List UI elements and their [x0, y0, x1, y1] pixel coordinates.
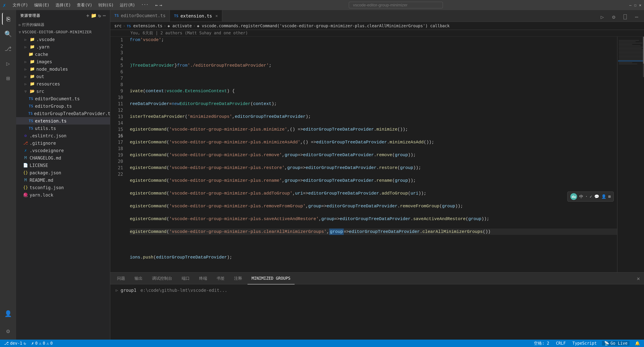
tree-item-src[interactable]: ▽ 📂 src	[16, 88, 110, 95]
status-eol[interactable]: CRLF	[555, 341, 567, 346]
search-input[interactable]	[348, 2, 443, 9]
tree-item-label: editorGroup.ts	[35, 104, 72, 109]
inline-suggestion-popup[interactable]: du 中 · ✓ 💬 👤 ⊞	[568, 191, 614, 202]
tree-item-label: images	[36, 59, 52, 64]
tree-item-editor-document[interactable]: TS editorDocument.ts	[16, 95, 110, 102]
activity-source-control[interactable]: ⎇	[2, 43, 14, 55]
tree-item-extension[interactable]: TS extension.ts	[16, 117, 110, 125]
tree-item-package-json[interactable]: {} package.json	[16, 169, 110, 176]
panel-tab-comments[interactable]: 注释	[230, 272, 246, 284]
spaces-label: 空格: 2	[534, 340, 549, 346]
tree-item-images[interactable]: ▷ 📁 images	[16, 58, 110, 65]
tree-item-gitignore[interactable]: ⎇ .gitignore	[16, 139, 110, 147]
tab-editor-document[interactable]: TS editorDocument.ts	[110, 10, 170, 22]
breadcrumb-file[interactable]: TS extension.ts	[127, 23, 162, 28]
nav-back[interactable]: ←	[155, 2, 158, 8]
svg-rect-7	[619, 48, 642, 49]
tree-item-yarnlock[interactable]: 🧶 yarn.lock	[16, 191, 110, 199]
activity-explorer[interactable]: ⎘	[2, 13, 14, 25]
activity-settings[interactable]: ⚙	[2, 325, 14, 337]
menu-goto[interactable]: 转到(G)	[96, 2, 116, 9]
status-branch[interactable]: ⎇ dev-1 ↻	[3, 341, 28, 346]
open-editors-section[interactable]: ▷ 打开的编辑器	[16, 21, 110, 29]
panel-group-item[interactable]: ▷ group1 e:\code\github-lmt\vscode-edit.…	[116, 287, 638, 293]
user-icon[interactable]: 👤	[601, 194, 606, 199]
tree-item-tsconfig[interactable]: {} tsconfig.json	[16, 184, 110, 191]
tree-item-label: LICENSE	[30, 163, 48, 168]
vscode-icon: ✗	[23, 148, 28, 153]
tree-item-vscode[interactable]: ▷ 📁 .vscode	[16, 36, 110, 43]
new-file-icon[interactable]: +	[86, 13, 90, 18]
tree-item-readme[interactable]: M README.md	[16, 176, 110, 184]
menu-bar: 文件(F) 编辑(E) 选择(E) 查看(V) 转到(G) 运行(R) ···	[10, 2, 151, 9]
panel-tab-minimized-groups[interactable]: MINIMIZED GROUPS	[248, 272, 294, 284]
grid-icon[interactable]: ⊞	[608, 194, 611, 199]
tree-item-label: node_modules	[36, 67, 68, 72]
tree-item-utils[interactable]: TS utils.ts	[16, 125, 110, 132]
comment-icon[interactable]: 💬	[594, 194, 599, 199]
panel-tab-bookmarks[interactable]: 书签	[212, 272, 229, 284]
activity-debug[interactable]: ▷	[2, 57, 14, 69]
debug-button[interactable]: ⚙	[609, 12, 618, 22]
menu-view[interactable]: 查看(V)	[74, 2, 95, 9]
check-icon[interactable]: ✓	[590, 194, 592, 199]
tree-item-eslintrc[interactable]: ⚙ .eslintrc.json	[16, 132, 110, 139]
status-spaces[interactable]: 空格: 2	[532, 340, 550, 346]
ts-icon: TS	[174, 14, 178, 18]
menu-file[interactable]: 文件(F)	[10, 2, 30, 9]
tab-close-button[interactable]: ✕	[216, 14, 218, 18]
ts-icon: TS	[28, 96, 34, 101]
tree-item-vscodeignore[interactable]: ✗ .vscodeignore	[16, 147, 110, 154]
activity-extensions[interactable]: ⊞	[2, 72, 14, 84]
tree-item-editor-group-tree[interactable]: TS editorGroupTreeDataProvider.ts	[16, 110, 110, 117]
status-language[interactable]: TypeScript	[571, 341, 598, 346]
search-bar	[166, 2, 625, 9]
tree-item-cache[interactable]: 📁 cache	[16, 51, 110, 58]
panel-tab-problems[interactable]: 问题	[113, 272, 129, 284]
split-button[interactable]: ⎕	[620, 12, 630, 22]
activity-search[interactable]: 🔍	[2, 28, 14, 40]
breadcrumb-activate[interactable]: ◈ activate	[168, 23, 192, 28]
run-button[interactable]: ▷	[598, 12, 607, 22]
panel-tab-terminal[interactable]: 终端	[195, 272, 211, 284]
window-minimize[interactable]: —	[629, 3, 632, 7]
status-errors[interactable]: ✗ 0 ⚠ 0 ⚠ 0	[30, 341, 54, 346]
menu-run[interactable]: 运行(R)	[117, 2, 138, 9]
menu-select[interactable]: 选择(E)	[53, 2, 74, 9]
tree-item-out[interactable]: ▷ 📁 out	[16, 73, 110, 80]
editor-content[interactable]: 1 2 3 4 5 6 7 8 9 10 11 12 13 14 15 16 1…	[110, 37, 644, 272]
group-path: e:\code\github-lmt\vscode-edit...	[140, 288, 227, 293]
tab-extension[interactable]: TS extension.ts ✕	[170, 10, 222, 22]
collapse-icon[interactable]: ⋯	[103, 13, 106, 18]
tree-item-editor-group[interactable]: TS editorGroup.ts	[16, 102, 110, 110]
panel-tab-debug-console[interactable]: 调试控制台	[148, 272, 176, 284]
status-notification[interactable]: 🔔	[634, 341, 641, 346]
new-folder-icon[interactable]: 📁	[91, 13, 97, 18]
breadcrumb-src[interactable]: src	[114, 23, 122, 28]
panel-close-button[interactable]: ✕	[636, 274, 641, 283]
menu-more[interactable]: ···	[138, 2, 151, 9]
panel-tab-ports[interactable]: 端口	[178, 272, 194, 284]
tree-item-yarn[interactable]: ▷ 📁 .yarn	[16, 43, 110, 51]
tree-item-license[interactable]: 📄 LICENSE	[16, 162, 110, 169]
eol-label: CRLF	[556, 341, 566, 346]
activity-account[interactable]: 👤	[2, 307, 14, 319]
menu-edit[interactable]: 编辑(E)	[32, 2, 52, 9]
ts-icon: TS	[28, 111, 33, 116]
project-section[interactable]: ▽ VSCODE-EDITOR-GROUP-MINIMIZER	[16, 29, 110, 36]
nav-forward[interactable]: →	[160, 2, 162, 8]
panel-tab-output[interactable]: 输出	[130, 272, 146, 284]
window-close[interactable]: ✕	[639, 3, 641, 7]
code-editor[interactable]: from 'vscode'; )TreeDataProvider } from …	[127, 37, 617, 272]
more-button[interactable]: ⋯	[632, 12, 641, 22]
tree-item-node-modules[interactable]: ▷ 📁 node_modules	[16, 65, 110, 73]
tree-item-changelog[interactable]: M CHANGELOG.md	[16, 154, 110, 162]
status-go-live[interactable]: 📡 Go Live	[602, 341, 630, 346]
ts-icon: TS	[28, 126, 34, 130]
breadcrumb-callback[interactable]: ◈ vscode.commands.registerCommand('vscod…	[197, 23, 450, 28]
refresh-icon[interactable]: ↻	[98, 13, 102, 18]
window-maximize[interactable]: ☐	[634, 3, 636, 7]
info-icon: ⚠	[46, 341, 49, 346]
folder-icon: 📁	[30, 82, 35, 86]
tree-item-resources[interactable]: ▷ 📁 resources	[16, 80, 110, 88]
